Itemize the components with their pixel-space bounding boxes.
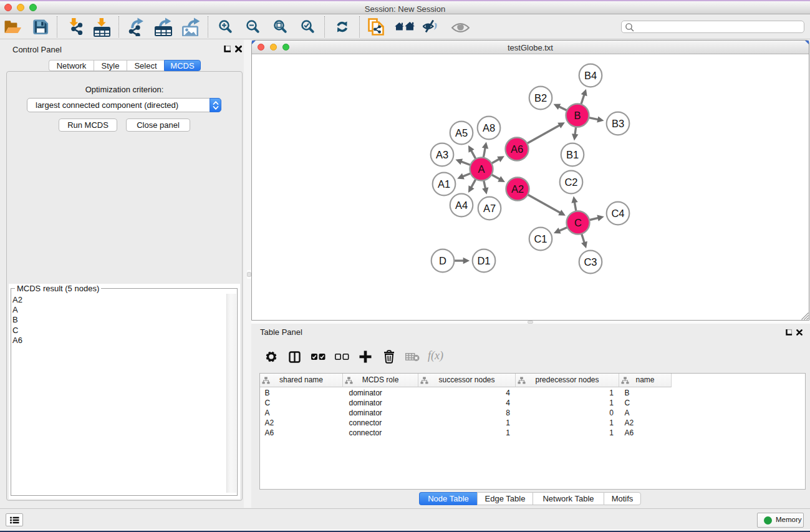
svg-text:C2: C2 (564, 177, 577, 188)
svg-text:A7: A7 (483, 203, 496, 214)
svg-text:C4: C4 (611, 208, 624, 219)
svg-text:D1: D1 (477, 255, 490, 266)
svg-text:B2: B2 (534, 92, 547, 104)
svg-text:C3: C3 (584, 256, 597, 268)
svg-text:A3: A3 (436, 149, 448, 160)
svg-text:B1: B1 (566, 149, 579, 160)
svg-text:A1: A1 (438, 178, 450, 190)
svg-text:C: C (574, 217, 582, 228)
svg-text:B: B (574, 110, 581, 121)
svg-text:C1: C1 (534, 233, 547, 244)
svg-text:B4: B4 (584, 70, 597, 81)
svg-text:A5: A5 (455, 127, 468, 138)
svg-text:A4: A4 (455, 200, 468, 211)
svg-text:B3: B3 (612, 118, 624, 129)
svg-text:D: D (439, 255, 446, 266)
svg-text:A6: A6 (511, 143, 523, 155)
svg-text:A8: A8 (483, 122, 495, 133)
svg-text:A: A (478, 163, 485, 175)
svg-text:A2: A2 (511, 183, 524, 195)
